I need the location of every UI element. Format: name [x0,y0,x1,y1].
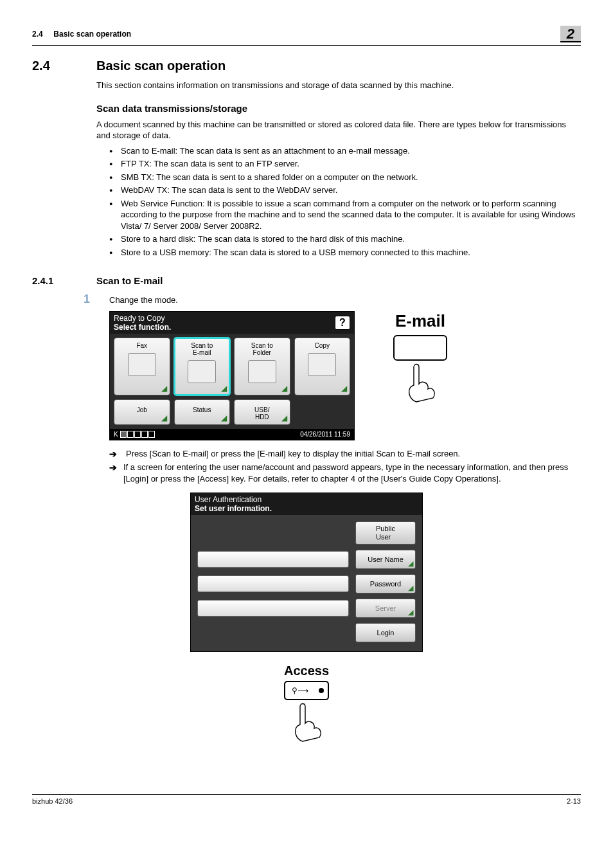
subsubsection-num: 2.4.1 [32,275,77,286]
section-heading: 2.4 Basic scan operation [32,59,581,73]
bullet-item: Store to a hard disk: The scan data is s… [109,233,581,245]
corner-mark-icon: ◢ [408,608,413,617]
corner-mark-icon: ◢ [408,559,413,568]
subsubsection-heading: 2.4.1 Scan to E-mail [32,275,581,286]
subsection-intro: A document scanned by this machine can b… [96,119,581,141]
screen-title-line1: Ready to Copy [114,314,171,323]
runhead-section-num: 2.4 [32,30,43,39]
step-number: 1 [84,293,96,306]
password-field[interactable] [197,575,349,592]
device-screen-user-auth: User Authentication Set user information… [190,493,423,652]
password-button[interactable]: Password ◢ [355,574,416,593]
key-dot-icon [319,688,324,693]
email-icon [188,360,216,383]
arrow-icon: ➔ [109,462,117,484]
bullet-list: Scan to E-mail: The scan data is sent as… [96,145,581,258]
button-label: User Name [368,556,404,563]
corner-mark-icon: ◢ [161,384,167,393]
toner-label: K [114,431,118,438]
corner-mark-icon: ◢ [161,413,167,422]
subsection-heading: Scan data transmissions/storage [96,103,581,114]
screen-title-line2: Set user information. [195,504,418,513]
hardware-key-access: Access ⚲⟶ [268,664,345,745]
screen-title-line1: User Authentication [195,495,418,504]
chapter-badge: 2 [560,26,581,42]
bullet-item: Web Service Function: It is possible to … [109,198,581,232]
page-footer: bizhub 42/36 2-13 [32,794,581,805]
tile-scan-to-folder[interactable]: Scan to Folder ◢ [234,338,290,395]
tile-label: Status [175,406,230,413]
corner-mark-icon: ◢ [341,384,347,393]
button-label: Server [375,604,396,612]
runhead-section-title: Basic scan operation [53,30,131,39]
device-screen-mode-select: Ready to Copy Select function. ? Fax ◢ S… [109,311,355,440]
hand-press-icon [402,361,438,403]
copy-icon [308,353,336,376]
corner-mark-icon: ◢ [281,413,287,422]
screen-title-line2: Select function. [114,323,171,332]
tile-fax[interactable]: Fax ◢ [114,338,170,395]
running-header: 2.4 Basic scan operation 2 [32,26,581,46]
login-button[interactable]: Login [355,623,416,642]
tile-job[interactable]: Job ◢ [114,399,170,425]
help-button[interactable]: ? [335,316,350,330]
key-glyph-icon: ⚲⟶ [292,686,308,695]
corner-mark-icon: ◢ [281,384,287,393]
folder-icon [248,360,276,383]
tile-usb-hdd[interactable]: USB/ HDD ◢ [234,399,290,425]
bullet-item: FTP TX: The scan data is sent to an FTP … [109,158,581,170]
section-heading-title: Basic scan operation [96,59,226,73]
button-label: Password [370,580,401,588]
user-name-button[interactable]: User Name ◢ [355,550,416,569]
key-label: E-mail [393,311,447,331]
corner-mark-icon: ◢ [221,384,227,393]
tile-label: Fax [114,342,170,349]
bullet-item: WebDAV TX: The scan data is sent to the … [109,185,581,196]
screen-timestamp: 04/26/2011 11:59 [300,431,350,438]
bullet-item: SMB TX: The scan data is sent to a share… [109,172,581,183]
hand-press-icon [289,700,324,743]
server-button[interactable]: Server ◢ [355,599,416,618]
tile-label: Scan to Folder [235,342,290,356]
arrow-icon: ➔ [109,448,120,460]
fax-icon [128,353,156,376]
hardware-key-email: E-mail [393,311,447,405]
button-label: Public User [376,525,395,540]
tile-status[interactable]: Status ◢ [174,399,231,425]
step-notes: ➔ Press [Scan to E-mail] or press the [E… [109,448,581,485]
section-heading-num: 2.4 [32,59,77,73]
key-label: Access [268,664,345,678]
step-text: Change the mode. [109,293,178,306]
footer-left: bizhub 42/36 [32,797,73,805]
tile-copy[interactable]: Copy ◢ [294,338,351,395]
corner-mark-icon: ◢ [221,413,227,422]
toner-indicator: K [114,431,155,438]
note-text: If a screen for entering the user name/a… [123,462,581,484]
corner-mark-icon: ◢ [408,584,413,592]
tile-label: Scan to E-mail [175,342,230,356]
tile-label: Job [114,406,170,413]
key-outline [393,335,447,361]
username-field[interactable] [197,551,349,568]
subsubsection-title: Scan to E-mail [96,275,163,286]
public-user-button[interactable]: Public User [355,521,416,545]
tile-label: Copy [295,342,350,349]
section-intro: This section contains information on tra… [96,80,581,91]
tile-scan-to-email[interactable]: Scan to E-mail ◢ [174,338,231,395]
footer-right: 2-13 [567,797,581,805]
key-outline: ⚲⟶ [284,681,329,700]
step-row: 1 Change the mode. [84,293,581,306]
button-label: Login [377,629,395,637]
bullet-item: Store to a USB memory: The scan data is … [109,247,581,258]
server-field[interactable] [197,600,349,617]
note-text: Press [Scan to E-mail] or press the [E-m… [126,448,460,460]
bullet-item: Scan to E-mail: The scan data is sent as… [109,145,581,157]
